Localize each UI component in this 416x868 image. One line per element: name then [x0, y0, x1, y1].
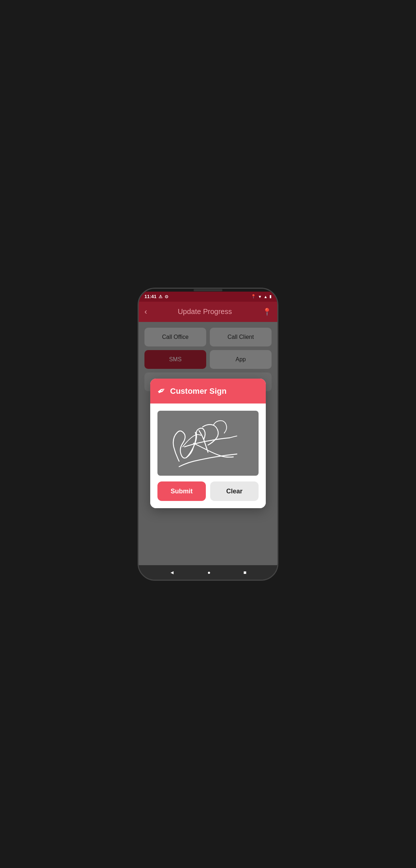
modal-title: Customer Sign — [170, 387, 226, 396]
location-status-icon: 📍 — [251, 294, 256, 299]
time-display: 11:41 — [144, 294, 156, 299]
main-content: Call Office Call Client SMS App ✒ — [139, 322, 277, 565]
signature-canvas[interactable] — [157, 411, 259, 476]
modal-body: Submit Clear — [150, 404, 266, 508]
location-icon[interactable]: 📍 — [263, 307, 272, 316]
customer-sign-modal: ✒ Customer Sign — [150, 379, 266, 508]
notch-bar — [139, 289, 277, 292]
modal-header: ✒ Customer Sign — [150, 379, 266, 404]
modal-overlay: ✒ Customer Sign — [139, 322, 277, 565]
submit-button[interactable]: Submit — [157, 481, 206, 501]
at-icon: ⊙ — [165, 294, 168, 299]
clear-button[interactable]: Clear — [210, 481, 259, 501]
phone-frame: 11:41 ⚠ ⊙ 📍 ▼ ▲ ▮ ‹ Update Progress 📍 Ca… — [138, 288, 278, 581]
status-bar: 11:41 ⚠ ⊙ 📍 ▼ ▲ ▮ — [139, 292, 277, 302]
notch — [194, 289, 222, 291]
wifi-icon: ▼ — [258, 295, 262, 299]
submit-label: Submit — [171, 488, 193, 495]
warning-icon: ⚠ — [159, 294, 162, 299]
signature-drawing — [157, 411, 259, 476]
battery-icon: ▮ — [269, 294, 272, 299]
modal-pen-icon: ✒ — [155, 384, 168, 398]
nav-home-button[interactable]: ● — [207, 570, 210, 575]
status-right: 📍 ▼ ▲ ▮ — [251, 294, 272, 299]
nav-recent-button[interactable]: ■ — [243, 570, 246, 575]
page-title: Update Progress — [178, 307, 232, 316]
bottom-nav: ◄ ● ■ — [139, 565, 277, 580]
top-bar: ‹ Update Progress 📍 — [139, 302, 277, 322]
clear-label: Clear — [226, 488, 242, 495]
status-left: 11:41 ⚠ ⊙ — [144, 294, 168, 299]
back-button[interactable]: ‹ — [144, 307, 147, 317]
signal-icon: ▲ — [264, 295, 268, 299]
modal-actions: Submit Clear — [157, 481, 259, 501]
nav-back-button[interactable]: ◄ — [170, 570, 175, 575]
